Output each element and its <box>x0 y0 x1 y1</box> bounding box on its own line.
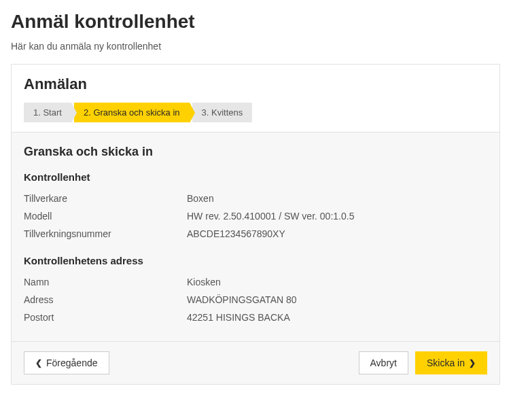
panel-heading: Anmälan <box>24 75 487 93</box>
postal-value: 42251 HISINGS BACKA <box>187 312 487 323</box>
form-panel: Anmälan 1. Start 2. Granska och skicka i… <box>11 64 500 385</box>
footer-right-buttons: Avbryt Skicka in ❯ <box>359 351 487 374</box>
postal-label: Postort <box>24 312 187 323</box>
previous-button-label: Föregående <box>46 357 98 368</box>
previous-button[interactable]: ❮ Föregående <box>24 351 109 374</box>
step-start[interactable]: 1. Start <box>24 103 71 122</box>
panel-body: Granska och skicka in Kontrollenhet Till… <box>12 132 499 341</box>
field-address: Adress WADKÖPINGSGATAN 80 <box>24 291 487 309</box>
step-receipt[interactable]: 3. Kvittens <box>192 103 253 122</box>
panel-header: Anmälan 1. Start 2. Granska och skicka i… <box>12 65 499 132</box>
address-value: WADKÖPINGSGATAN 80 <box>187 294 487 305</box>
page-title: Anmäl kontrollenhet <box>11 11 500 33</box>
device-section-heading: Kontrollenhet <box>24 171 487 183</box>
field-serial: Tillverkningsnummer ABCDE1234567890XY <box>24 225 487 243</box>
field-model: Modell HW rev. 2.50.410001 / SW ver. 00:… <box>24 207 487 225</box>
field-name: Namn Kiosken <box>24 273 487 291</box>
name-value: Kiosken <box>187 277 487 287</box>
serial-label: Tillverkningsnummer <box>24 228 187 239</box>
serial-value: ABCDE1234567890XY <box>187 228 487 239</box>
model-value: HW rev. 2.50.410001 / SW ver. 00:1.0.5 <box>187 211 487 222</box>
field-postal: Postort 42251 HISINGS BACKA <box>24 309 487 326</box>
panel-footer: ❮ Föregående Avbryt Skicka in ❯ <box>12 341 499 384</box>
manufacturer-value: Boxen <box>187 193 487 204</box>
field-manufacturer: Tillverkare Boxen <box>24 190 487 207</box>
chevron-left-icon: ❮ <box>35 358 42 368</box>
step-review[interactable]: 2. Granska och skicka in <box>74 103 190 122</box>
address-label: Adress <box>24 294 187 305</box>
address-section-heading: Kontrollenhetens adress <box>24 255 487 266</box>
page-subtitle: Här kan du anmäla ny kontrollenhet <box>11 41 500 52</box>
cancel-button-label: Avbryt <box>370 357 397 368</box>
model-label: Modell <box>24 211 187 222</box>
wizard-steps: 1. Start 2. Granska och skicka in 3. Kvi… <box>24 103 487 122</box>
chevron-right-icon: ❯ <box>469 358 476 368</box>
body-heading: Granska och skicka in <box>24 145 487 159</box>
name-label: Namn <box>24 277 187 287</box>
submit-button-label: Skicka in <box>427 357 465 368</box>
manufacturer-label: Tillverkare <box>24 193 187 204</box>
cancel-button[interactable]: Avbryt <box>359 351 408 374</box>
submit-button[interactable]: Skicka in ❯ <box>415 351 487 374</box>
